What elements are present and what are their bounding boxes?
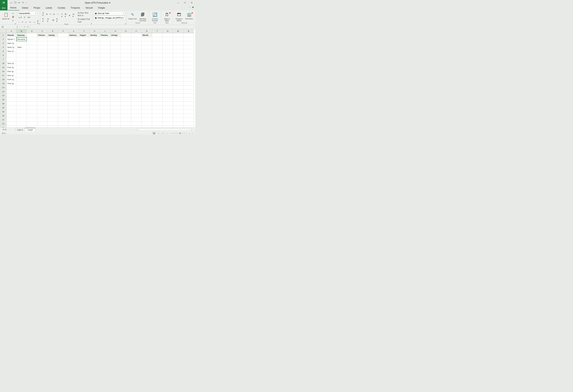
cell[interactable]: True 2y bbox=[6, 81, 16, 86]
font-name-combo[interactable]: GeɛlanWrfils▼ bbox=[18, 11, 37, 15]
cell[interactable] bbox=[110, 106, 121, 110]
column-header[interactable]: H bbox=[110, 29, 121, 33]
cell[interactable] bbox=[90, 98, 100, 102]
row-header[interactable]: 10 bbox=[0, 110, 6, 114]
cell[interactable] bbox=[110, 53, 121, 57]
cell[interactable] bbox=[131, 45, 142, 49]
cell[interactable] bbox=[183, 57, 194, 61]
row-header[interactable]: 19 bbox=[0, 77, 6, 81]
cell[interactable] bbox=[90, 65, 100, 69]
horizontal-scrollbar[interactable]: ◂ ▸ bbox=[136, 128, 193, 131]
column-header[interactable]: A bbox=[6, 29, 16, 33]
row-header[interactable]: 19 bbox=[0, 81, 6, 86]
cell[interactable] bbox=[162, 53, 173, 57]
cell[interactable] bbox=[79, 126, 90, 127]
cell[interactable] bbox=[27, 81, 37, 86]
cell[interactable] bbox=[69, 49, 79, 53]
cell[interactable] bbox=[152, 33, 162, 37]
cell[interactable] bbox=[100, 114, 110, 118]
cell[interactable] bbox=[131, 86, 142, 89]
tab-deled[interactable]: Deled bbox=[19, 5, 31, 10]
cell[interactable] bbox=[110, 37, 121, 41]
cell[interactable] bbox=[79, 102, 90, 106]
projects-button[interactable]: 🗔Propact:s Speetr bbox=[175, 11, 183, 21]
cell[interactable] bbox=[131, 93, 142, 98]
cell[interactable] bbox=[79, 57, 90, 61]
cell[interactable]: Zirtegs bbox=[110, 33, 121, 37]
cell[interactable]: Satuney bbox=[16, 33, 27, 37]
font-bot-2-icon[interactable]: ↙ bbox=[25, 21, 28, 24]
cell[interactable] bbox=[100, 65, 110, 69]
cell[interactable] bbox=[58, 69, 69, 73]
cell[interactable] bbox=[37, 77, 48, 81]
cell[interactable] bbox=[58, 89, 69, 93]
cell[interactable] bbox=[131, 77, 142, 81]
cell[interactable] bbox=[58, 118, 69, 122]
cell[interactable] bbox=[131, 114, 142, 118]
select-all-corner[interactable] bbox=[0, 29, 6, 33]
cell[interactable] bbox=[121, 33, 131, 37]
cell[interactable] bbox=[58, 77, 69, 81]
copy-icon[interactable]: 🗐 bbox=[12, 16, 15, 18]
cell[interactable] bbox=[58, 86, 69, 89]
cell[interactable] bbox=[6, 118, 16, 122]
tab-trmports[interactable]: Trmports bbox=[68, 5, 83, 10]
enter-icon[interactable]: ✎ bbox=[24, 26, 25, 28]
cell[interactable] bbox=[48, 86, 58, 89]
row-header[interactable]: 1 bbox=[0, 33, 6, 37]
row-header[interactable]: 2 bbox=[0, 37, 6, 41]
cell[interactable] bbox=[110, 102, 121, 106]
cell[interactable] bbox=[58, 37, 69, 41]
cell[interactable] bbox=[121, 61, 131, 65]
cell[interactable] bbox=[79, 98, 90, 102]
cell[interactable] bbox=[142, 106, 152, 110]
cell[interactable]: Tore 11 bbox=[6, 49, 16, 53]
cell[interactable] bbox=[131, 122, 142, 126]
cell[interactable]: Secceme bbox=[16, 37, 27, 41]
align-c-2-icon[interactable]: ≣ bbox=[68, 14, 71, 17]
tab-file[interactable]: Ent bbox=[0, 5, 7, 10]
cell[interactable] bbox=[58, 81, 69, 86]
cell[interactable] bbox=[162, 33, 173, 37]
cell[interactable] bbox=[16, 81, 27, 86]
cell[interactable] bbox=[27, 126, 37, 127]
cell[interactable] bbox=[110, 89, 121, 93]
cell[interactable] bbox=[48, 110, 58, 114]
tab-hotgle[interactable]: Hotgle bbox=[95, 5, 107, 10]
cell[interactable] bbox=[69, 81, 79, 86]
cell[interactable] bbox=[142, 45, 152, 49]
cell[interactable] bbox=[58, 53, 69, 57]
cell[interactable] bbox=[6, 106, 16, 110]
cell[interactable] bbox=[173, 118, 183, 122]
cell[interactable] bbox=[152, 49, 162, 53]
cell[interactable] bbox=[131, 49, 142, 53]
cell[interactable] bbox=[121, 81, 131, 86]
cell[interactable] bbox=[58, 49, 69, 53]
cell[interactable] bbox=[152, 102, 162, 106]
column-header[interactable]: D bbox=[27, 29, 37, 33]
cell[interactable] bbox=[183, 89, 194, 93]
cell[interactable] bbox=[100, 53, 110, 57]
cell[interactable] bbox=[90, 73, 100, 77]
cell[interactable] bbox=[90, 102, 100, 106]
cell[interactable] bbox=[162, 57, 173, 61]
cell[interactable] bbox=[162, 37, 173, 41]
cell[interactable] bbox=[6, 89, 16, 93]
cell[interactable] bbox=[48, 118, 58, 122]
cell[interactable] bbox=[48, 53, 58, 57]
align-a-2-icon[interactable]: ≡ bbox=[49, 13, 52, 16]
cell[interactable] bbox=[6, 53, 16, 57]
column-header[interactable]: N bbox=[162, 29, 173, 33]
sheet-tab[interactable]: Layger bbox=[25, 128, 35, 131]
cell[interactable] bbox=[69, 57, 79, 61]
cell[interactable] bbox=[121, 126, 131, 127]
row-header[interactable]: 10 bbox=[0, 65, 6, 69]
cell[interactable] bbox=[48, 65, 58, 69]
cell[interactable] bbox=[48, 81, 58, 86]
cell[interactable] bbox=[183, 77, 194, 81]
cell[interactable] bbox=[37, 102, 48, 106]
cell[interactable] bbox=[142, 126, 152, 127]
name-box[interactable]: c0 1 bbox=[0, 25, 19, 29]
cell[interactable] bbox=[100, 110, 110, 114]
cell[interactable] bbox=[37, 89, 48, 93]
